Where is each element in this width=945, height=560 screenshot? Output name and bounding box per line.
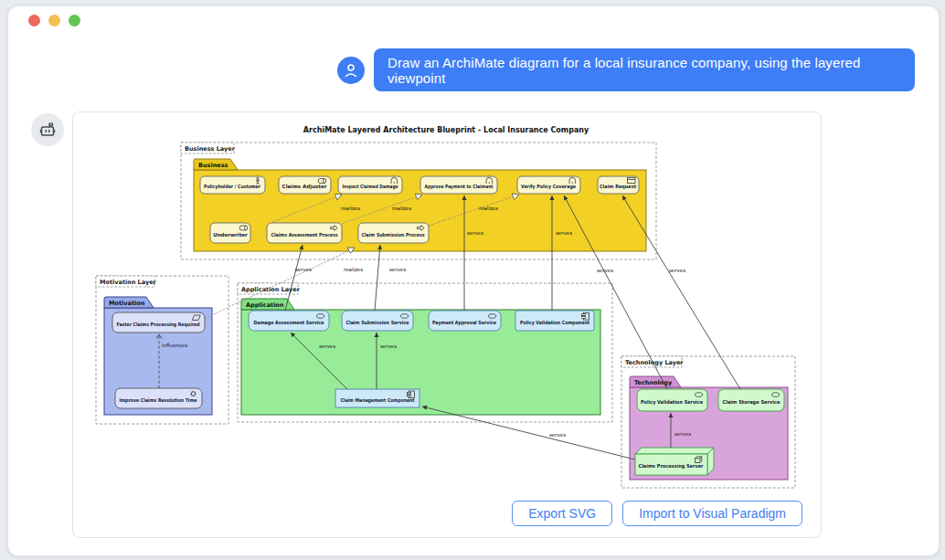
- svg-text:Inspect Claimed Damage: Inspect Claimed Damage: [343, 184, 398, 190]
- svg-text:Policyholder / Customer: Policyholder / Customer: [204, 184, 260, 190]
- minimize-window-button[interactable]: [48, 15, 60, 26]
- element-claims-processing-server: Claims Processing Server: [635, 448, 714, 475]
- element-payment-approval-service: Payment Approval Service: [429, 311, 501, 331]
- svg-text:Claims Processing Server: Claims Processing Server: [639, 463, 704, 470]
- svg-text:Damage Assessment Service: Damage Assessment Service: [254, 320, 324, 326]
- svg-text:Claims Adjuster: Claims Adjuster: [282, 184, 327, 190]
- svg-text:Underwriter: Underwriter: [213, 232, 248, 238]
- element-policy-validation-component: Policy Validation Component: [515, 311, 594, 331]
- serves-label: serves: [319, 343, 335, 349]
- element-claim-request: Claim Request: [598, 176, 639, 194]
- svg-text:Policy Validation Service: Policy Validation Service: [641, 399, 703, 406]
- influences-label: influences: [162, 343, 187, 348]
- element-improve-claims-resolution-time: Improve Claims Resolution Time: [115, 388, 202, 408]
- svg-text:Faster Claims Processing Requi: Faster Claims Processing Required: [117, 322, 200, 328]
- element-policyholder-customer: Policyholder / Customer: [200, 176, 265, 194]
- archimate-diagram: ArchiMate Layered Architecture Blueprint…: [73, 112, 823, 514]
- element-claims-adjuster: Claims Adjuster: [279, 176, 331, 194]
- application-folder-label: Application: [246, 301, 284, 309]
- serves-label: serves: [295, 267, 312, 272]
- motivation-layer-label: Motivation Layer: [100, 279, 157, 286]
- import-visual-paradigm-button[interactable]: Import to Visual Paradigm: [622, 501, 802, 526]
- user-message-row: Draw an ArchiMate diagram for a local in…: [337, 48, 915, 91]
- business-folder-label: Business: [198, 162, 228, 169]
- serves-label: serves: [389, 267, 406, 272]
- svg-text:Claim Submission Process: Claim Submission Process: [362, 232, 426, 238]
- element-underwriter: Underwriter: [210, 223, 250, 243]
- element-claim-management-component: Claim Management Component: [335, 389, 419, 407]
- user-avatar: [337, 57, 365, 84]
- serves-label: serves: [380, 343, 397, 349]
- diagram-title: ArchiMate Layered Architecture Blueprint…: [303, 126, 589, 134]
- serves-label: serves: [597, 268, 613, 273]
- app-window: Draw an ArchiMate diagram for a local in…: [7, 5, 940, 556]
- svg-text:Claim Management Component: Claim Management Component: [341, 397, 415, 404]
- svg-text:Payment Approval Service: Payment Approval Service: [432, 320, 496, 326]
- robot-icon: [37, 120, 58, 140]
- technology-layer-group: Technology Layer Technology Policy Valid…: [621, 356, 795, 488]
- element-approve-payment-to-claimant: Approve Payment to Claimant: [420, 176, 497, 194]
- user-icon: [342, 61, 360, 79]
- element-damage-assessment-service: Damage Assessment Service: [249, 311, 329, 331]
- svg-text:Approve Payment to Claimant: Approve Payment to Claimant: [425, 184, 494, 190]
- element-inspect-claimed-damage: Inspect Claimed Damage: [338, 176, 402, 194]
- maximize-window-button[interactable]: [69, 15, 80, 26]
- element-faster-claims-processing-required: Faster Claims Processing Required: [112, 312, 205, 333]
- motivation-layer-group: Motivation Layer Motivation Faster Claim…: [96, 276, 228, 424]
- business-layer-label: Business Layer: [185, 145, 236, 153]
- serves-label: serves: [669, 268, 685, 273]
- serve-damage-assessment: [285, 245, 303, 311]
- realizes-label: realizes: [341, 206, 360, 211]
- serves-label: serves: [674, 431, 691, 437]
- user-message-bubble: Draw an ArchiMate diagram for a local in…: [374, 48, 915, 91]
- element-claims-assessment-process: Claims Assessment Process: [267, 223, 342, 243]
- motivation-folder-label: Motivation: [109, 300, 145, 307]
- element-claim-submission-process: Claim Submission Process: [358, 223, 429, 243]
- bot-avatar: [31, 113, 64, 146]
- svg-text:Improve Claims Resolution Time: Improve Claims Resolution Time: [120, 397, 197, 404]
- svg-text:Claim Storage Service: Claim Storage Service: [723, 399, 780, 406]
- element-verify-policy-coverage: Verify Policy Coverage: [517, 176, 580, 194]
- serves-label: serves: [467, 230, 483, 236]
- close-window-button[interactable]: [28, 15, 40, 26]
- serves-label: serves: [549, 432, 566, 438]
- svg-text:Policy Validation Component: Policy Validation Component: [520, 320, 589, 326]
- serve-submission-svc-process: [375, 245, 380, 311]
- svg-text:Claim Submission Service: Claim Submission Service: [346, 320, 409, 325]
- element-policy-validation-service: Policy Validation Service: [637, 389, 707, 411]
- element-claim-storage-service: Claim Storage Service: [718, 389, 784, 411]
- titlebar: [8, 6, 939, 34]
- application-layer-group: Application Layer Application Damage Ass…: [238, 283, 612, 422]
- svg-text:Claims Assessment Process: Claims Assessment Process: [271, 232, 339, 238]
- export-svg-button[interactable]: Export SVG: [512, 501, 612, 526]
- realizes-label: realizes: [392, 206, 411, 211]
- svg-text:Verify Policy Coverage: Verify Policy Coverage: [521, 184, 576, 190]
- realizes-label: realizes: [344, 267, 363, 272]
- realizes-label: realizes: [479, 206, 498, 211]
- element-claim-submission-service: Claim Submission Service: [342, 311, 413, 331]
- diagram-actions: Export SVG Import to Visual Paradigm: [512, 501, 802, 526]
- business-layer-group: Business Layer Business Policyholder / C…: [181, 143, 656, 259]
- svg-text:Claim Request: Claim Request: [600, 184, 636, 190]
- serves-label: serves: [556, 230, 572, 236]
- diagram-panel: ArchiMate Layered Architecture Blueprint…: [72, 111, 822, 538]
- technology-folder-label: Technology: [634, 379, 673, 386]
